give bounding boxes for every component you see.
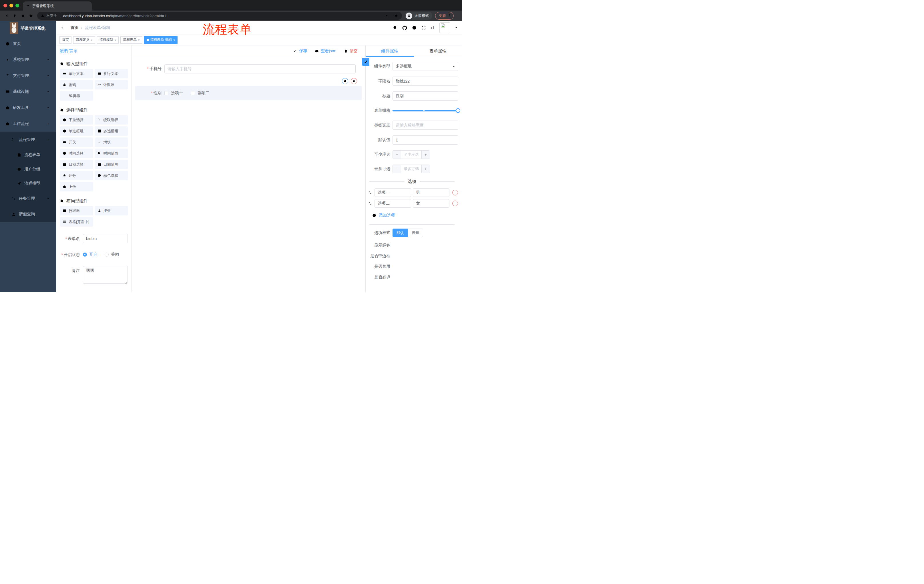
field-name-input[interactable] (393, 77, 458, 86)
palette-item-date-picker[interactable]: 日期选择 (60, 160, 93, 169)
option1-label-input[interactable] (375, 188, 411, 197)
canvas-field-phone[interactable]: *手机号 (132, 64, 365, 73)
tag-home[interactable]: 首页 (59, 36, 71, 44)
form-name-input[interactable] (83, 234, 128, 243)
reload-button[interactable] (19, 12, 27, 20)
remove-option-button[interactable] (452, 190, 458, 196)
view-json-button[interactable]: 查看json (315, 49, 336, 54)
sidebar-item-system-management[interactable]: 系统管理 (0, 52, 56, 68)
max-select-value[interactable]: 最多可选 (401, 165, 421, 173)
palette-item-text-input[interactable]: 单行文本 (60, 69, 93, 78)
style-default-button[interactable]: 默认 (393, 229, 408, 237)
bookmark-star-icon[interactable] (394, 13, 399, 18)
window-minimize-button[interactable] (10, 4, 13, 7)
window-close-button[interactable] (3, 4, 7, 7)
style-button-button[interactable]: 按钮 (408, 229, 423, 237)
palette-item-table[interactable]: 表格[开发中] (60, 217, 93, 227)
tag-process-model[interactable]: 流程模型x (97, 36, 119, 44)
slider-handle[interactable] (456, 108, 460, 113)
duplicate-component-button[interactable] (342, 78, 348, 84)
breadcrumb-home[interactable]: 首页 (71, 25, 79, 30)
chrome-update-button[interactable]: 更新 (435, 12, 454, 20)
tab-form-props[interactable]: 表单属性 (414, 45, 462, 57)
avatar-caret-down-icon[interactable] (455, 26, 458, 30)
stepper-decrease-button[interactable]: − (393, 165, 401, 173)
palette-item-slider[interactable]: 滑块 (95, 137, 128, 147)
sidebar-item-process-form[interactable]: 流程表单 (0, 148, 56, 162)
password-key-icon[interactable] (385, 13, 390, 18)
palette-item-time-range[interactable]: 时间范围 (95, 148, 128, 158)
palette-item-rate[interactable]: 评分 (60, 171, 93, 180)
textarea-resize-handle[interactable] (125, 282, 127, 284)
sidebar-item-process-management[interactable]: 流程管理 (0, 132, 56, 148)
min-select-value[interactable]: 至少应选 (401, 151, 421, 159)
palette-item-time-picker[interactable]: 时间选择 (60, 148, 93, 158)
option2-value-input[interactable] (413, 199, 449, 208)
browser-tab[interactable]: 芋道管理系统 (23, 2, 92, 11)
forward-button[interactable] (11, 12, 19, 20)
phone-input[interactable] (164, 64, 356, 73)
clear-button[interactable]: 清空 (344, 49, 358, 54)
sidebar-item-infrastructure[interactable]: 基础设施 (0, 84, 56, 100)
font-size-icon[interactable]: TT (431, 25, 435, 30)
sidebar-item-process-model[interactable]: 流程模型 (0, 176, 56, 191)
status-radio-off[interactable]: 关闭 (105, 252, 119, 257)
canvas-field-gender-selected[interactable]: *性别 选项一 选项二 (135, 86, 361, 100)
back-button[interactable] (3, 12, 11, 20)
drag-handle-icon[interactable] (368, 190, 373, 195)
palette-item-switch[interactable]: 开关 (60, 137, 93, 147)
palette-item-color-picker[interactable]: 颜色选择 (95, 171, 128, 180)
palette-item-editor[interactable]: 编辑器 (60, 91, 93, 100)
palette-item-textarea[interactable]: 多行文本 (95, 69, 128, 78)
add-option-button[interactable]: 添加选项 (372, 211, 458, 220)
fullscreen-icon[interactable] (421, 25, 426, 30)
gender-checkbox-option2[interactable]: 选项二 (191, 90, 210, 96)
sidebar-item-workflow[interactable]: 工作流程 (0, 116, 56, 132)
default-value-input[interactable] (393, 135, 458, 145)
search-icon[interactable] (393, 25, 398, 30)
window-zoom-button[interactable] (15, 4, 19, 7)
grid-span-slider[interactable] (393, 106, 458, 115)
new-tab-button[interactable] (96, 3, 99, 8)
sidebar-item-dev-tools[interactable]: 研发工具 (0, 100, 56, 116)
palette-item-counter[interactable]: 计数器 (95, 80, 128, 89)
tab-component-props[interactable]: 组件属性 (366, 45, 414, 57)
security-indicator[interactable]: 不安全 (41, 13, 57, 18)
palette-item-row-container[interactable]: 行容器 (60, 206, 93, 216)
palette-item-radio-group[interactable]: 单选框组 (60, 126, 93, 136)
github-icon[interactable] (402, 25, 408, 31)
palette-item-button[interactable]: 按钮 (95, 206, 128, 216)
gender-checkbox-option1[interactable]: 选项一 (164, 90, 183, 96)
tag-close-icon[interactable]: x (115, 38, 116, 42)
tag-close-icon[interactable]: x (91, 38, 92, 42)
home-button[interactable] (27, 12, 35, 20)
palette-item-select[interactable]: 下拉选择 (60, 115, 93, 125)
save-button[interactable]: 保存 (293, 49, 307, 54)
sidebar-item-home[interactable]: 首页 (0, 36, 56, 52)
stepper-decrease-button[interactable]: − (393, 151, 401, 159)
sidebar-item-leave-query[interactable]: 请假查询 (0, 207, 56, 222)
checkbox[interactable] (191, 91, 195, 95)
form-remark-textarea[interactable]: 嘿嘿 (83, 266, 128, 284)
avatar[interactable] (439, 22, 450, 33)
stepper-increase-button[interactable]: + (421, 165, 430, 173)
component-type-select[interactable] (393, 62, 458, 71)
status-radio-on[interactable]: 开启 (83, 252, 97, 257)
tab-close-icon[interactable] (86, 4, 89, 8)
sidebar-item-payment-management[interactable]: 支付管理 (0, 68, 56, 84)
option1-value-input[interactable] (413, 188, 449, 197)
drag-handle-icon[interactable] (368, 201, 373, 206)
palette-item-date-range[interactable]: 日期范围 (95, 160, 128, 169)
tag-close-icon[interactable]: x (173, 38, 175, 42)
tag-process-definition[interactable]: 流程定义x (73, 36, 95, 44)
sidebar-item-task-management[interactable]: 任务管理 (0, 191, 56, 207)
browser-menu-dots-icon[interactable] (448, 14, 452, 18)
tag-process-form-edit[interactable]: 流程表单-编辑x (144, 36, 178, 44)
tag-process-form[interactable]: 流程表单x (120, 36, 142, 44)
option2-label-input[interactable] (375, 199, 411, 208)
palette-item-checkbox-group[interactable]: 多选框组 (95, 126, 128, 136)
checkbox[interactable] (164, 91, 168, 95)
link-tab-handle[interactable] (362, 58, 370, 66)
title-input[interactable] (393, 91, 458, 100)
tag-close-icon[interactable]: x (138, 38, 140, 42)
